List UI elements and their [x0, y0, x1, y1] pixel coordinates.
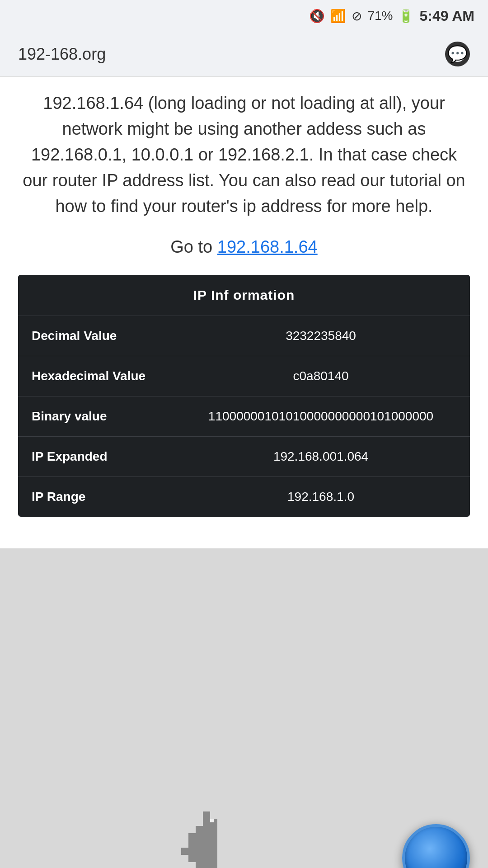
- status-bar: 🔇 📶 ⊘ 71% 🔋 5:49 AM: [0, 0, 488, 32]
- battery-level: 71%: [367, 9, 393, 23]
- binary-label: Binary value: [32, 409, 185, 424]
- browser-domain[interactable]: 192-168.org: [18, 45, 106, 64]
- blue-circle-button[interactable]: [402, 824, 470, 868]
- wifi-icon: 📶: [330, 9, 346, 24]
- svg-rect-6: [196, 862, 217, 868]
- dino-icon: [174, 811, 246, 868]
- svg-rect-2: [196, 826, 217, 833]
- body-text: 192.168.1.64 (long loading or not loadin…: [18, 90, 470, 219]
- bottom-section: [0, 548, 488, 868]
- svg-rect-4: [181, 848, 217, 855]
- main-content: 192.168.1.64 (long loading or not loadin…: [0, 77, 488, 548]
- decimal-value: 3232235840: [185, 329, 456, 343]
- clock: 5:49 AM: [419, 8, 474, 24]
- status-icons: 🔇 📶 ⊘ 71% 🔋 5:49 AM: [309, 8, 474, 24]
- dino-container: [18, 811, 402, 868]
- table-row: IP Range 192.168.1.0: [18, 477, 470, 517]
- go-to-line: Go to 192.168.1.64: [18, 237, 470, 257]
- decimal-label: Decimal Value: [32, 329, 185, 343]
- svg-rect-0: [203, 811, 210, 819]
- svg-rect-5: [188, 855, 217, 862]
- browser-bar: 192-168.org 💬: [0, 32, 488, 77]
- no-circle-icon: ⊘: [352, 9, 362, 24]
- chat-icon[interactable]: 💬: [445, 42, 470, 66]
- hex-label: Hexadecimal Value: [32, 369, 185, 383]
- ip-range-label: IP Range: [32, 490, 185, 504]
- table-row: Decimal Value 3232235840: [18, 316, 470, 356]
- mute-icon: 🔇: [309, 9, 325, 24]
- table-row: IP Expanded 192.168.001.064: [18, 437, 470, 477]
- ip-table-header: IP Inf ormation: [18, 275, 470, 316]
- hex-value: c0a80140: [185, 369, 456, 383]
- go-to-link[interactable]: 192.168.1.64: [217, 237, 318, 256]
- binary-value: 11000000101010000000000101000000: [185, 409, 456, 424]
- ip-expanded-value: 192.168.001.064: [185, 449, 456, 464]
- ip-expanded-label: IP Expanded: [32, 449, 185, 464]
- battery-icon: 🔋: [398, 9, 414, 24]
- ip-info-table: IP Inf ormation Decimal Value 3232235840…: [18, 275, 470, 517]
- table-row: Binary value 110000001010100000000001010…: [18, 396, 470, 437]
- svg-rect-11: [210, 819, 214, 822]
- table-row: Hexadecimal Value c0a80140: [18, 356, 470, 396]
- svg-rect-3: [188, 833, 217, 848]
- ip-range-value: 192.168.1.0: [185, 490, 456, 504]
